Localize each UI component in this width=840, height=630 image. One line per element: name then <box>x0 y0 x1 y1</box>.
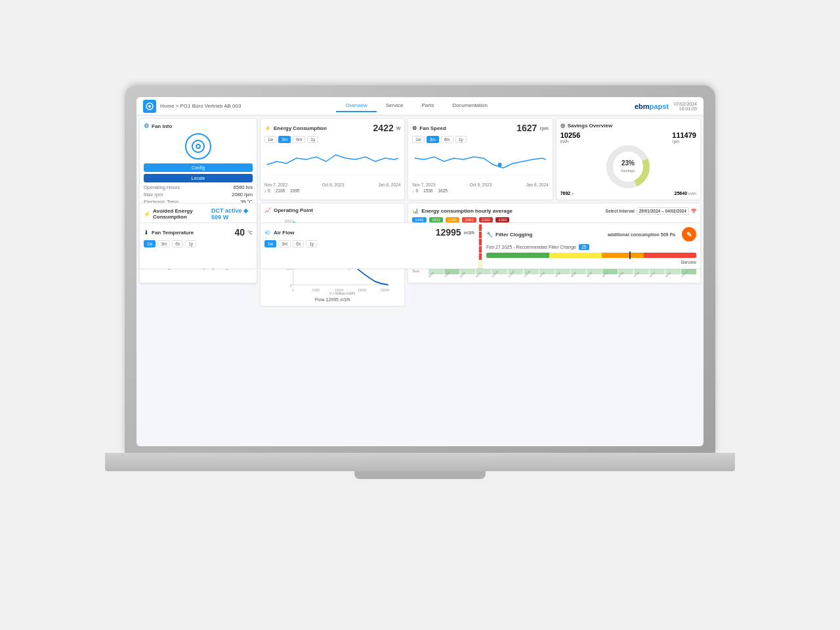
fan-icon-area <box>144 133 253 159</box>
tab-overview[interactable]: Overview <box>336 100 376 112</box>
fanspeed-date1: Nov 7, 2023 <box>412 182 435 187</box>
fanspeed-1w-btn[interactable]: 1w <box>412 136 424 143</box>
energy-3m-btn[interactable]: 3m <box>278 136 291 143</box>
airflow-time-selector: 1w 3m 6x 1y <box>264 240 474 247</box>
donut-chart: 23% Savings <box>560 144 696 190</box>
airflow-1y-btn[interactable]: 1y <box>306 240 317 247</box>
op-icon: 📈 <box>264 207 271 213</box>
app-icon <box>143 100 156 113</box>
svg-text:Savings: Savings <box>621 169 635 173</box>
fantemp-1w-btn[interactable]: 1w <box>144 240 156 247</box>
fanspeed-val2: 1625 <box>438 188 447 193</box>
savings-val1: 10256 <box>560 131 581 139</box>
energy-date1: Nov 7, 2022 <box>264 182 287 187</box>
energy-1y-btn[interactable]: 1y <box>307 136 318 143</box>
op-flow-label: Flow 12995 m3/h <box>264 297 400 302</box>
savings-bottom-right: 25640 kWh <box>675 191 696 196</box>
svg-text:23%: 23% <box>621 159 635 167</box>
fanspeed-1y-btn[interactable]: 1y <box>455 136 467 143</box>
calendar-icon[interactable]: 📅 <box>691 209 696 214</box>
tab-parts[interactable]: Parts <box>412 100 443 112</box>
fanspeed-6m-btn[interactable]: 6m <box>441 136 453 143</box>
fanspeed-val1: 1530 <box>423 188 432 193</box>
energy-6m-btn[interactable]: 6m <box>293 136 305 143</box>
fan-temp-card: 🌡 Fan Temperature 40 °C 1w 3m 6x 1y <box>139 222 257 269</box>
fan-temp-title: 🌡 Fan Temperature 40 °C <box>144 227 253 238</box>
logo-area: Home > PG1 Büro Vertrieb AB 003 <box>143 100 241 113</box>
heatmap-val5: 2392 <box>479 217 493 222</box>
energy-time-selector: 1w 3m 6m 1y <box>264 136 400 143</box>
svg-text:0: 0 <box>290 284 292 287</box>
energy-title: ⚡ Energy Consumption 2422 W <box>264 123 400 133</box>
filter-clogging-card: 🔧 Filter Clogging additional consumption… <box>482 222 701 269</box>
row1: ⚙ Fan Info <box>139 118 701 220</box>
filter-date-value: 25 <box>579 244 589 250</box>
fantemp-3m-btn[interactable]: 3m <box>158 240 170 247</box>
savings-icon: ◎ <box>560 123 565 129</box>
nav-tabs: Overview Service Parts Documentation <box>241 100 592 112</box>
brand-logo: ebmpapst <box>635 102 669 110</box>
heatmap-val4: 2382 <box>462 217 476 222</box>
fan-info-icon: ⚙ <box>144 123 149 129</box>
energy-hourly-icon: 📊 <box>412 208 419 214</box>
fan-icon <box>185 133 211 159</box>
fantemp-6x-btn[interactable]: 6x <box>172 240 183 247</box>
tab-documentation[interactable]: Documentation <box>443 100 497 112</box>
header-right: ebmpapst 07/02/2024 16:01:03 <box>592 102 697 111</box>
config-button[interactable]: Config <box>144 163 253 172</box>
fan-speed-card: ⚙ Fan Speed 1627 rpm 1w 3m 6m 1y <box>408 118 553 200</box>
filter-additional: additional consumption 509 Pa <box>608 232 675 237</box>
fantemp-1y-btn[interactable]: 1y <box>185 240 196 247</box>
barview-label: Barview <box>486 260 696 264</box>
energy-val2: 2395 <box>290 188 299 193</box>
energy-hourly-title: 📊 Energy consumption hourly average Sele… <box>412 207 696 215</box>
energy-consumption-card: ⚡ Energy Consumption 2422 W 1w 3m 6m 1y <box>260 118 405 200</box>
energy-date2: Oct 8, 2023 <box>322 182 344 187</box>
fanspeed-date3: Jan 8, 2024 <box>526 182 549 187</box>
laptop-wrapper: Home > PG1 Büro Vertrieb AB 003 Overview… <box>92 85 748 545</box>
svg-text:V > Airflow (m3/h): V > Airflow (m3/h) <box>329 291 356 295</box>
dct-active-label: DCT active ◆ 509 W <box>211 207 253 220</box>
svg-text:15000: 15000 <box>358 288 367 292</box>
svg-text:0: 0 <box>292 288 294 292</box>
svg-point-1 <box>148 105 151 108</box>
interval-selector[interactable]: Select Interval 29/01/2024 – 04/02/2024 … <box>606 207 696 215</box>
fanspeed-3m-btn[interactable]: 3m <box>427 136 439 143</box>
air-flow-card: 💨 Air Flow 12995 m3/h 1w 3m 6x 1y <box>260 222 479 269</box>
energy-icon: ⚡ <box>264 125 271 131</box>
header: Home > PG1 Büro Vertrieb AB 003 Overview… <box>136 97 704 116</box>
section-rows: ⚙ Fan Info <box>136 116 704 446</box>
laptop-base <box>105 453 735 471</box>
energy-1w-btn[interactable]: 1w <box>264 136 276 143</box>
svg-point-3 <box>498 163 502 167</box>
savings-title: ◎ Savings Overview <box>560 123 696 129</box>
airflow-6x-btn[interactable]: 6x <box>293 240 304 247</box>
laptop-screen: Home > PG1 Büro Vertrieb AB 003 Overview… <box>125 85 715 453</box>
locate-button[interactable]: Locate <box>144 174 253 182</box>
hm-spacer <box>412 275 428 279</box>
airflow-1w-btn[interactable]: 1w <box>264 240 276 247</box>
savings-val2: 111479 <box>672 131 696 139</box>
fanspeed-time-selector: 1w 3m 6m 1y <box>412 136 548 143</box>
airflow-3m-btn[interactable]: 3m <box>278 240 291 247</box>
heatmap-val2: 1832 <box>429 217 443 222</box>
heatmap-val6: 2392 <box>495 217 509 222</box>
filter-bar <box>486 253 696 258</box>
energy-date3: Jan 8, 2024 <box>378 182 400 187</box>
savings-unit2: rpm <box>672 139 696 144</box>
fantemp-time-selector: 1w 3m 6x 1y <box>144 240 253 247</box>
energy-val1: 2106 <box>276 188 285 193</box>
air-flow-title: 💨 Air Flow 12995 m3/h <box>264 227 474 238</box>
savings-unit1: kWh <box>560 139 581 144</box>
filter-edit-button[interactable]: ✎ <box>682 227 696 242</box>
dashboard: Home > PG1 Büro Vertrieb AB 003 Overview… <box>136 97 704 446</box>
fanspeed-ind: ↓ 0 <box>412 188 418 193</box>
heatmap-val3: 2366 <box>446 217 459 222</box>
row3: 🌡 Fan Temperature 40 °C 1w 3m 6x 1y <box>139 222 701 265</box>
air-flow-icon: 💨 <box>264 230 271 236</box>
energy-ind: ↓ 0 <box>264 188 270 193</box>
svg-text:20000: 20000 <box>381 288 390 292</box>
fan-speed-icon: ⚙ <box>412 125 417 131</box>
tab-service[interactable]: Service <box>377 100 413 112</box>
fan-speed-title: ⚙ Fan Speed 1627 rpm <box>412 123 548 133</box>
